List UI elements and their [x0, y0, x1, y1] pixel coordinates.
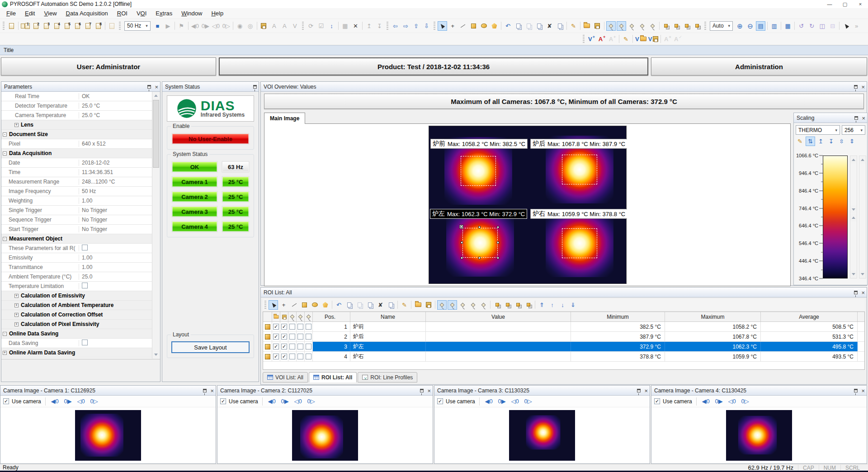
fit-window-icon[interactable]: ▤ — [756, 21, 765, 31]
select-cursor-icon[interactable] — [438, 21, 447, 31]
parameter-row[interactable]: Sequence TriggerNo Trigger — [1, 215, 152, 225]
voi-apply-icon[interactable]: A✓ — [673, 34, 683, 44]
maximum-column-header[interactable]: Maximum — [665, 312, 761, 321]
roi-handle[interactable] — [497, 257, 499, 259]
parameter-row[interactable]: Date2018-12-02 — [1, 158, 152, 168]
align-bottom-icon[interactable]: ↧ — [375, 21, 384, 31]
align-top-icon[interactable]: ↥ — [364, 21, 374, 31]
nav-down-icon[interactable]: ⇩ — [422, 21, 431, 31]
add-label-icon[interactable] — [458, 300, 467, 310]
parameter-row[interactable]: These Parameters for all R( — [1, 244, 152, 253]
checkbox[interactable]: ✓ — [281, 344, 287, 349]
save-voi-icon[interactable]: V — [648, 34, 659, 44]
save-video-icon[interactable]: V — [290, 21, 300, 31]
toolbar-grip[interactable] — [302, 22, 304, 30]
tab-roi-list[interactable]: ROI List: All — [309, 372, 357, 382]
nav-right-icon[interactable]: ⇨ — [401, 21, 410, 31]
grid-icon[interactable]: ▦ — [340, 21, 350, 31]
paste-all-icon[interactable] — [386, 300, 396, 310]
toolbar-grip[interactable] — [119, 22, 121, 30]
rotate-preset4-icon[interactable]: 0▷ — [524, 396, 533, 406]
properties-icon[interactable]: ✎ — [569, 21, 578, 31]
seq-rewind-icon[interactable]: ◀0 — [190, 21, 200, 31]
record-icon[interactable]: ◉ — [235, 21, 245, 31]
checkbox[interactable] — [297, 334, 303, 340]
user-enable-button[interactable]: No User-Enable — [171, 133, 250, 145]
parameter-group-row[interactable]: +Calculation of Emissivity — [1, 291, 152, 301]
pixel-grid-icon[interactable]: ▦ — [783, 21, 793, 31]
record-stop-icon[interactable]: ◎ — [245, 21, 255, 31]
menu-view[interactable]: View — [39, 8, 61, 19]
roi-rotate-handle[interactable] — [459, 225, 463, 229]
save-layout-button[interactable]: Save Layout — [171, 341, 250, 353]
close-icon[interactable]: × — [427, 388, 431, 394]
copy-icon[interactable] — [344, 300, 354, 310]
maximize-icon[interactable]: ▢ — [837, 0, 853, 8]
move-up-one-icon[interactable]: ↑ — [547, 300, 557, 310]
save-column-header[interactable] — [280, 312, 288, 321]
minimum-column-header[interactable]: Minimum — [571, 312, 665, 321]
pick-pixel-icon[interactable] — [841, 21, 851, 31]
rotate-left-icon[interactable]: ↺ — [797, 21, 806, 31]
administration-button[interactable]: Administration — [651, 57, 867, 76]
parameter-row[interactable]: Transmittance1.00 — [1, 263, 152, 272]
remove-label-icon[interactable] — [479, 300, 488, 310]
collapse-icon[interactable]: - — [3, 151, 7, 156]
rect-roi-icon[interactable] — [469, 21, 478, 31]
checkbox[interactable] — [306, 354, 311, 359]
scale-max-icon[interactable]: ↥ — [816, 137, 826, 146]
roi-list-panel-header[interactable]: ROI List: All × — [261, 288, 867, 297]
menu-roi[interactable]: ROI — [113, 8, 132, 19]
scaling-panel-header[interactable]: Scaling × — [794, 113, 867, 123]
stop-icon[interactable]: ■ — [153, 21, 162, 31]
tab-main-image[interactable]: Main Image — [264, 113, 305, 124]
menu-help[interactable]: Help — [207, 8, 228, 19]
show-values-icon[interactable] — [448, 300, 457, 310]
bring-front-icon[interactable] — [492, 300, 502, 310]
checkbox[interactable] — [297, 354, 303, 359]
layout-2-icon[interactable]: 2 — [31, 21, 41, 31]
rotate-preset2-icon[interactable]: 0▶ — [497, 396, 507, 406]
ellipse-roi-icon[interactable] — [479, 21, 489, 31]
menu-file[interactable]: File — [2, 8, 20, 19]
checkbox[interactable] — [297, 344, 303, 349]
collapse-icon[interactable]: - — [3, 332, 7, 336]
point-roi-icon[interactable]: + — [279, 300, 288, 310]
value-column-header[interactable]: Value — [426, 312, 571, 321]
rotate-preset3-icon[interactable]: ◁0 — [76, 396, 86, 406]
pin-icon[interactable] — [854, 389, 858, 392]
menu-data-acquisition[interactable]: Data Acquisition — [61, 8, 113, 19]
scaling-props-icon[interactable]: ✎ — [795, 137, 805, 146]
parameter-row[interactable]: Measurement Range248...1200 °C — [1, 177, 152, 187]
rotate-preset4-icon[interactable]: 0▷ — [741, 396, 750, 406]
scroll-up-icon[interactable] — [850, 214, 857, 222]
checkbox[interactable] — [82, 245, 88, 250]
parameter-category-row[interactable]: +Online Alarm Data Saving — [1, 348, 152, 358]
camera4-thermal-image[interactable] — [726, 410, 792, 461]
flip-vertical-icon[interactable]: ⊟ — [828, 21, 837, 31]
rotate-preset2-icon[interactable]: 0▶ — [280, 396, 290, 406]
swatch-column-header[interactable] — [263, 312, 272, 321]
layout-1-icon[interactable]: 1 — [20, 21, 30, 31]
parameters-scrollbar[interactable] — [152, 92, 160, 359]
sort-updown-icon[interactable]: ↕ — [327, 21, 336, 31]
parameter-row[interactable]: Temperature Limitation — [1, 282, 152, 291]
add-voi-icon[interactable]: V+ — [587, 34, 596, 44]
parameter-row[interactable]: Real TimeOK — [1, 92, 152, 101]
pos-column-header[interactable]: Pos. — [313, 312, 350, 321]
voi-overview-panel-header[interactable]: VOI Overview: Values × — [261, 82, 867, 92]
move-up-icon[interactable] — [682, 21, 692, 31]
layout-3-icon[interactable]: 3 — [42, 21, 51, 31]
system-status-panel-header[interactable]: System Status — [162, 82, 259, 92]
roi-table-row[interactable]: ✓ ✓ 1 炉前 382.5 °C 1058.2 °C 508.5 °C — [263, 322, 864, 332]
move-down-icon[interactable] — [693, 21, 702, 31]
layout-6-icon[interactable]: 6 — [73, 21, 82, 31]
ellipse-roi-icon[interactable] — [310, 300, 320, 310]
layout-7-icon[interactable]: 7 — [83, 21, 93, 31]
checkbox[interactable] — [289, 324, 295, 330]
load-column-header[interactable] — [272, 312, 280, 321]
polygon-roi-icon[interactable] — [321, 300, 330, 310]
toolbar-grip[interactable] — [704, 22, 706, 30]
rotate-preset4-icon[interactable]: 0▷ — [307, 396, 316, 406]
toolbar-grip[interactable] — [3, 22, 5, 30]
